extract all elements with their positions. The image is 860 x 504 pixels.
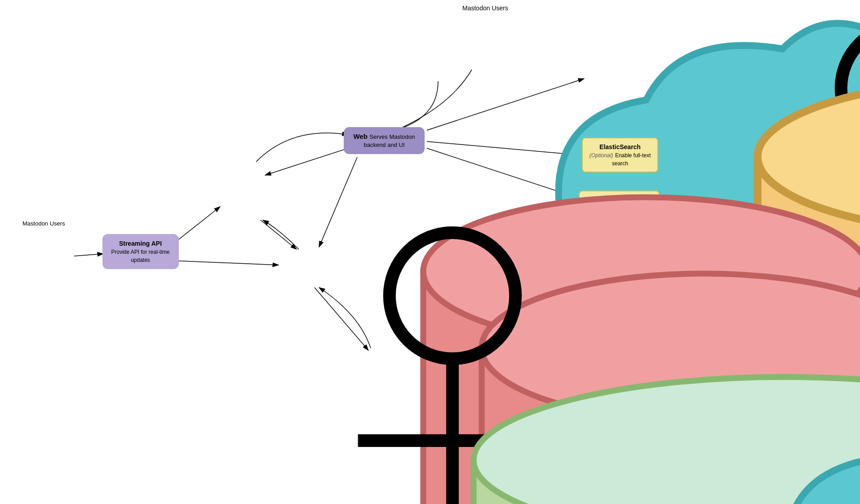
other-mastodon-br1: Other Mastodon servers — [625, 374, 727, 441]
mastodon-users-top-label: Mastodon Users — [449, 4, 521, 12]
elastic-title: ElasticSearch — [599, 143, 641, 150]
web-desc: Serves Mastodon backend and UI — [364, 133, 415, 148]
other-mastodon-br2: Other Mastodon servers — [645, 441, 745, 502]
diagram-container: Other Mastodon servers Mastodon Users We… — [0, 0, 860, 504]
svg-point-26 — [390, 233, 516, 359]
web-title: Web — [353, 133, 367, 140]
mastodon-users-left: Mastodon Users — [22, 220, 65, 229]
other-mastodon-top: Other Mastodon servers — [388, 15, 488, 81]
